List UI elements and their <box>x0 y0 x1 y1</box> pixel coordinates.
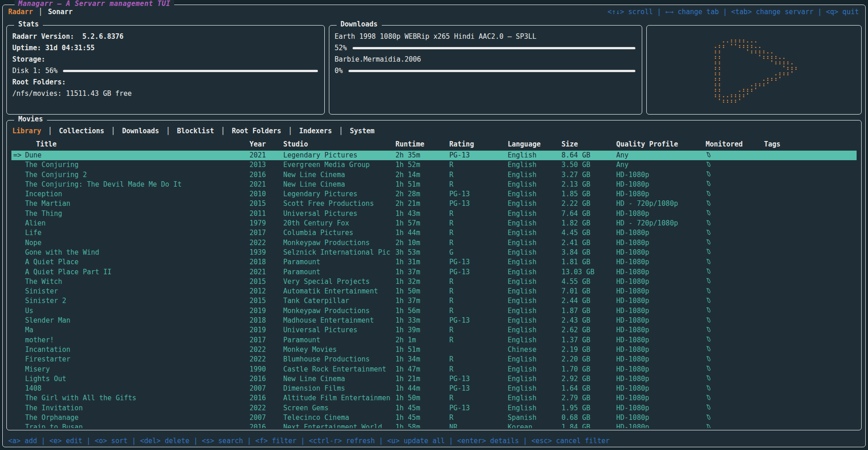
cell-monitored <box>706 296 764 306</box>
cell-language: English <box>508 403 561 413</box>
selected-row-marker <box>11 374 25 384</box>
tab-blocklist[interactable]: Blocklist <box>176 127 215 135</box>
tab-indexers[interactable]: Indexers <box>298 127 333 135</box>
table-row[interactable]: 14082007Dimension Films1h 44mPG-13Englis… <box>11 384 857 393</box>
cell-size: 1.87 GB <box>561 306 616 316</box>
table-row[interactable]: Gone with the Wind1939Selznick Internati… <box>11 248 857 257</box>
table-row[interactable]: The Girl with All the Gifts2016Altitude … <box>11 393 857 403</box>
tab-radarr[interactable]: Radarr <box>8 8 33 16</box>
cell-studio: Columbia Pictures <box>283 228 395 238</box>
table-row[interactable]: Slender Man2018Madhouse Entertainment1h … <box>11 316 857 325</box>
cell-rating: PG-13 <box>449 316 508 325</box>
cell-title: Dune <box>25 151 249 160</box>
table-row[interactable]: mother!2017Paramount2h 1mREnglish1.37 GB… <box>11 335 857 345</box>
tab-root-folders[interactable]: Root Folders <box>231 127 282 135</box>
column-header-monitored: Monitored <box>706 138 764 151</box>
table-row[interactable]: Alien197920th Century Fox1h 57mREnglish1… <box>11 219 857 228</box>
tab-collections[interactable]: Collections <box>58 127 105 135</box>
cell-tags <box>764 355 857 364</box>
movies-table-body: =>Dune2021Legendary Pictures2h 35mPG-13E… <box>11 151 857 428</box>
table-row[interactable]: Us2019Monkeypaw Productions1h 56mREnglis… <box>11 306 857 316</box>
root-folder-free-space: /nfs/movies: 11511.43 GB free <box>12 88 319 99</box>
cell-monitored <box>706 238 764 248</box>
cell-rating: R <box>449 160 508 170</box>
table-row[interactable]: Nope2022Monkeypaw Productions2h 10mREngl… <box>11 238 857 248</box>
selected-row-marker <box>11 277 25 287</box>
disk-usage-label: Disk 1: 56% <box>12 65 57 77</box>
movies-tab-bar: Library│ Collections│ Downloads│ Blockli… <box>11 124 857 138</box>
cell-runtime: 1h 58m <box>395 423 449 428</box>
table-row[interactable]: Incantation2022Monkey Movies1h 51mChines… <box>11 345 857 355</box>
disk-usage-bar <box>63 70 317 72</box>
table-row[interactable]: =>Dune2021Legendary Pictures2h 35mPG-13E… <box>11 151 857 160</box>
column-header-year: Year <box>249 138 283 151</box>
cell-runtime: 1h 57m <box>395 219 449 228</box>
cell-title: Gone with the Wind <box>25 248 249 257</box>
monitored-tag-icon <box>706 180 712 188</box>
selected-row-marker <box>11 413 25 423</box>
cell-rating: R <box>449 335 508 345</box>
cell-year: 2015 <box>249 296 283 306</box>
table-row[interactable]: The Conjuring: The Devil Made Me Do It20… <box>11 180 857 189</box>
download-item-name: Earth 1998 1080p WEBRip x265 Hindi AAC2.… <box>335 31 636 42</box>
bottom-help: <a> add | <e> edit | <o> sort | <del> de… <box>8 437 860 445</box>
cell-rating: R <box>449 180 508 189</box>
tab-library[interactable]: Library <box>11 127 42 135</box>
cell-quality-profile: HD - 720p/1080p <box>616 199 706 209</box>
cell-title: A Quiet Place <box>25 257 249 267</box>
cell-studio: Legendary Pictures <box>283 189 395 199</box>
cell-language: English <box>508 228 561 238</box>
table-row[interactable]: The Conjuring2013Evergreen Media Group1h… <box>11 160 857 170</box>
cell-quality-profile: Any <box>616 151 706 160</box>
cell-size: 1.84 GB <box>561 423 616 428</box>
cell-monitored <box>706 335 764 345</box>
cell-size: 4.45 GB <box>561 228 616 238</box>
top-panels: Stats Radarr Version: 5.2.6.8376 Uptime:… <box>6 25 862 115</box>
cell-runtime: 1h 44m <box>395 384 449 393</box>
table-row[interactable]: The Orphanage2007Telecinco Cinema1h 45mR… <box>11 413 857 423</box>
cell-quality-profile: HD-1080p <box>616 355 706 364</box>
table-row[interactable]: A Quiet Place Part II2021Paramount1h 37m… <box>11 267 857 277</box>
cell-language: English <box>508 365 561 374</box>
cell-language: Chinese <box>508 345 561 355</box>
table-row[interactable]: A Quiet Place2018Paramount1h 31mPG-13Eng… <box>11 257 857 267</box>
cell-tags <box>764 423 857 428</box>
tab-system[interactable]: System <box>349 127 375 135</box>
table-row[interactable]: The Thing2011Universal Pictures1h 43mREn… <box>11 209 857 219</box>
table-row[interactable]: Lights Out2016New Line Cinema1h 21mPG-13… <box>11 374 857 384</box>
monitored-tag-icon <box>706 404 712 412</box>
cell-language: English <box>508 335 561 345</box>
table-row[interactable]: The Martian2015Scott Free Productions2h … <box>11 199 857 209</box>
table-row[interactable]: The Witch2015Very Special Projects1h 32m… <box>11 277 857 287</box>
monitored-tag-icon <box>706 268 712 276</box>
table-row[interactable]: Sinister 22015Tank Caterpillar1h 37mREng… <box>11 296 857 306</box>
table-row[interactable]: The Conjuring 22016New Line Cinema2h 14m… <box>11 170 857 180</box>
selected-row-marker <box>11 384 25 393</box>
cell-tags <box>764 180 857 189</box>
cell-monitored <box>706 248 764 257</box>
uptime: Uptime: 31d 04:31:55 <box>12 42 319 54</box>
cell-title: Inception <box>25 189 249 199</box>
cell-language: English <box>508 238 561 248</box>
table-row[interactable]: Sinister2012Automatik Entertainment1h 50… <box>11 287 857 296</box>
table-row[interactable]: Misery1990Castle Rock Entertainment1h 47… <box>11 365 857 374</box>
cell-runtime: 1h 44m <box>395 228 449 238</box>
cell-size: 13.03 GB <box>561 267 616 277</box>
cell-runtime: 2h 35m <box>395 151 449 160</box>
cell-tags <box>764 209 857 219</box>
cell-rating: NR <box>449 423 508 428</box>
tab-separator: │ <box>42 127 58 135</box>
cell-size: 8.64 GB <box>561 151 616 160</box>
table-row[interactable]: Ma2019Universal Pictures1h 39mREnglish2.… <box>11 325 857 335</box>
tab-sonarr[interactable]: Sonarr <box>48 8 73 16</box>
table-row[interactable]: Inception2010Legendary Pictures2h 28mPG-… <box>11 189 857 199</box>
table-row[interactable]: Train to Busan2016Next Entertainment Wor… <box>11 423 857 428</box>
table-row[interactable]: Firestarter2022Blumhouse Productions1h 3… <box>11 355 857 364</box>
cell-studio: 20th Century Fox <box>283 219 395 228</box>
table-row[interactable]: The Invitation2022Screen Gems1h 45mPG-13… <box>11 403 857 413</box>
monitored-tag-icon <box>706 316 712 324</box>
cell-year: 1979 <box>249 219 283 228</box>
tab-downloads[interactable]: Downloads <box>121 127 160 135</box>
table-row[interactable]: Life2017Columbia Pictures1h 44mREnglish4… <box>11 228 857 238</box>
selected-row-marker <box>11 219 25 228</box>
